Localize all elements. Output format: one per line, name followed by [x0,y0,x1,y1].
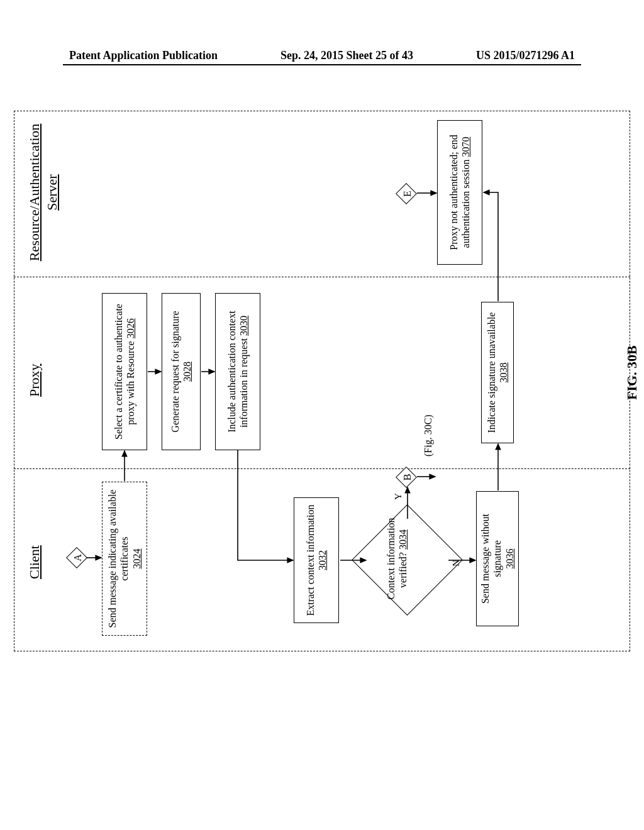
header-center: Sep. 24, 2015 Sheet 25 of 43 [280,49,413,62]
flow-arrows [14,111,630,651]
header-left: Patent Application Publication [69,49,218,62]
header-right: US 2015/0271296 A1 [476,49,575,62]
flowchart-diagram: Client Proxy Resource/Authentication Ser… [45,150,592,617]
figure-caption: FIG. 30B [624,345,640,400]
header-rule [63,64,581,65]
